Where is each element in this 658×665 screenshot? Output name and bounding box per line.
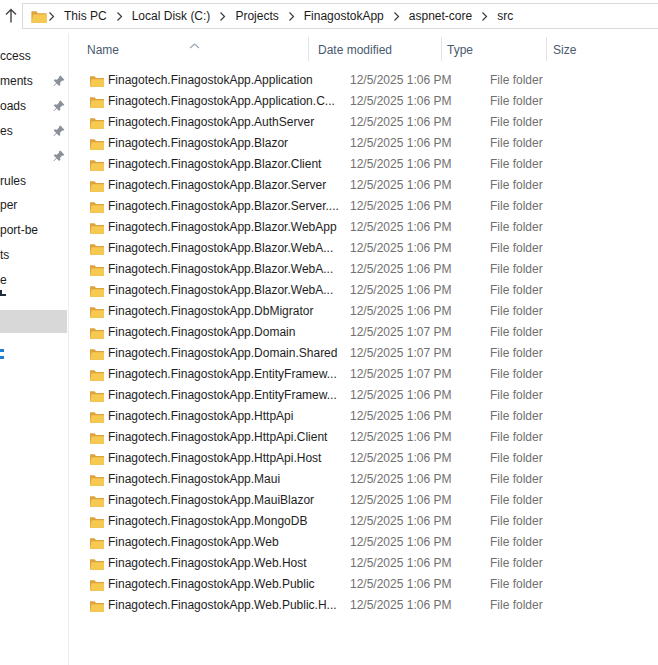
sidebar-item[interactable]: ts [0, 248, 9, 262]
file-name: Finagotech.FinagostokApp.EntityFramew... [108, 388, 337, 402]
file-row[interactable]: Finagotech.FinagostokApp.Blazor 12/5/202… [69, 132, 658, 153]
folder-icon [90, 283, 104, 301]
file-name: Finagotech.FinagostokApp.HttpApi.Client [108, 430, 327, 444]
up-arrow-icon[interactable] [3, 7, 19, 25]
file-name: Finagotech.FinagostokApp.Application [108, 73, 313, 87]
file-row[interactable]: Finagotech.FinagostokApp.Blazor.Server 1… [69, 174, 658, 195]
file-row[interactable]: Finagotech.FinagostokApp.EntityFramew...… [69, 363, 658, 384]
file-date-modified: 12/5/2025 1:06 PM [350, 115, 451, 129]
file-name: Finagotech.FinagostokApp.HttpApi [108, 409, 293, 423]
file-date-modified: 12/5/2025 1:06 PM [350, 388, 451, 402]
address-bar[interactable]: This PCLocal Disk (C:)ProjectsFinagostok… [22, 3, 658, 29]
chevron-right-icon[interactable] [218, 11, 227, 22]
folder-icon [90, 73, 104, 91]
file-row[interactable]: Finagotech.FinagostokApp.HttpApi.Client … [69, 426, 658, 447]
file-type: File folder [490, 199, 543, 213]
file-row[interactable]: Finagotech.FinagostokApp.HttpApi 12/5/20… [69, 405, 658, 426]
column-header-type[interactable]: Type [447, 43, 473, 57]
sidebar-selected-item[interactable] [0, 310, 67, 333]
folder-icon [90, 388, 104, 406]
breadcrumb-item[interactable]: This PC [56, 9, 115, 23]
file-row[interactable]: Finagotech.FinagostokApp.Maui 12/5/2025 … [69, 468, 658, 489]
navigation-pane: ccessmentsoadsesrulesperport-betse [0, 33, 68, 665]
column-header-row: Name Date modified Type Size [69, 33, 658, 66]
pin-icon [53, 98, 65, 110]
file-row[interactable]: Finagotech.FinagostokApp.Blazor.Server..… [69, 195, 658, 216]
file-date-modified: 12/5/2025 1:06 PM [350, 199, 451, 213]
chevron-right-icon[interactable] [47, 11, 56, 22]
file-name: Finagotech.FinagostokApp.Blazor.WebA... [108, 283, 333, 297]
file-row[interactable]: Finagotech.FinagostokApp.AuthServer 12/5… [69, 111, 658, 132]
file-row[interactable]: Finagotech.FinagostokApp.Domain.Shared 1… [69, 342, 658, 363]
file-row[interactable]: Finagotech.FinagostokApp.Blazor.WebA... … [69, 237, 658, 258]
file-type: File folder [490, 472, 543, 486]
folder-icon [90, 430, 104, 448]
sidebar-item[interactable]: ments [0, 74, 33, 88]
file-name: Finagotech.FinagostokApp.Blazor.WebA... [108, 262, 333, 276]
sidebar-item[interactable]: per [0, 198, 17, 212]
file-row[interactable]: Finagotech.FinagostokApp.EntityFramew...… [69, 384, 658, 405]
chevron-right-icon[interactable] [287, 11, 296, 22]
sidebar-item[interactable]: rules [0, 174, 26, 188]
folder-icon [90, 115, 104, 133]
breadcrumb-item[interactable]: Projects [227, 9, 286, 23]
folder-icon [90, 598, 104, 616]
file-date-modified: 12/5/2025 1:06 PM [350, 493, 451, 507]
breadcrumb-item[interactable]: Local Disk (C:) [124, 9, 219, 23]
folder-icon [90, 178, 104, 196]
file-row[interactable]: Finagotech.FinagostokApp.Web 12/5/2025 1… [69, 531, 658, 552]
file-row[interactable]: Finagotech.FinagostokApp.DbMigrator 12/5… [69, 300, 658, 321]
file-type: File folder [490, 367, 543, 381]
file-date-modified: 12/5/2025 1:06 PM [350, 178, 451, 192]
file-row[interactable]: Finagotech.FinagostokApp.Blazor.WebA... … [69, 279, 658, 300]
sort-ascending-icon[interactable] [189, 35, 200, 53]
file-type: File folder [490, 283, 543, 297]
file-type: File folder [490, 94, 543, 108]
column-separator[interactable] [441, 37, 442, 61]
sidebar-item[interactable]: ccess [0, 49, 31, 63]
column-separator[interactable] [308, 37, 309, 61]
sidebar-item[interactable]: oads [0, 99, 26, 113]
file-row[interactable]: Finagotech.FinagostokApp.Web.Public 12/5… [69, 573, 658, 594]
file-name: Finagotech.FinagostokApp.Blazor.Server [108, 178, 326, 192]
breadcrumb-item[interactable]: FinagostokApp [296, 9, 392, 23]
file-row[interactable]: Finagotech.FinagostokApp.Application 12/… [69, 69, 658, 90]
file-date-modified: 12/5/2025 1:06 PM [350, 262, 451, 276]
chevron-right-icon[interactable] [480, 11, 489, 22]
file-date-modified: 12/5/2025 1:06 PM [350, 94, 451, 108]
file-row[interactable]: Finagotech.FinagostokApp.Blazor.WebA... … [69, 258, 658, 279]
column-header-name[interactable]: Name [87, 43, 119, 57]
file-type: File folder [490, 556, 543, 570]
file-date-modified: 12/5/2025 1:06 PM [350, 220, 451, 234]
breadcrumb-item[interactable]: aspnet-core [401, 9, 480, 23]
column-header-size[interactable]: Size [553, 43, 576, 57]
column-separator[interactable] [546, 37, 547, 61]
file-name: Finagotech.FinagostokApp.Blazor.WebA... [108, 241, 333, 255]
breadcrumb-item[interactable]: src [489, 9, 521, 23]
file-name: Finagotech.FinagostokApp.Web [108, 535, 279, 549]
file-row[interactable]: Finagotech.FinagostokApp.MongoDB 12/5/20… [69, 510, 658, 531]
folder-icon [90, 136, 104, 154]
file-name: Finagotech.FinagostokApp.Web.Public.H... [108, 598, 337, 612]
file-row[interactable]: Finagotech.FinagostokApp.Web.Host 12/5/2… [69, 552, 658, 573]
file-row[interactable]: Finagotech.FinagostokApp.Application.C..… [69, 90, 658, 111]
file-type: File folder [490, 514, 543, 528]
file-row[interactable]: Finagotech.FinagostokApp.Blazor.Client 1… [69, 153, 658, 174]
file-row[interactable]: Finagotech.FinagostokApp.Web.Public.H...… [69, 594, 658, 615]
sidebar-item[interactable]: e [0, 273, 7, 287]
file-name: Finagotech.FinagostokApp.Blazor [108, 136, 288, 150]
pin-icon [53, 123, 65, 135]
folder-icon [90, 493, 104, 511]
file-name: Finagotech.FinagostokApp.Blazor.Server..… [108, 199, 339, 213]
sidebar-item[interactable]: port-be [0, 223, 38, 237]
file-row[interactable]: Finagotech.FinagostokApp.Blazor.WebApp 1… [69, 216, 658, 237]
folder-icon [90, 472, 104, 490]
column-header-date-modified[interactable]: Date modified [318, 43, 392, 57]
file-row[interactable]: Finagotech.FinagostokApp.MauiBlazor 12/5… [69, 489, 658, 510]
chevron-right-icon[interactable] [115, 11, 124, 22]
file-row[interactable]: Finagotech.FinagostokApp.Domain 12/5/202… [69, 321, 658, 342]
sidebar-icon-fragment [0, 290, 6, 296]
file-row[interactable]: Finagotech.FinagostokApp.HttpApi.Host 12… [69, 447, 658, 468]
chevron-right-icon[interactable] [392, 11, 401, 22]
sidebar-item[interactable]: es [0, 124, 13, 138]
